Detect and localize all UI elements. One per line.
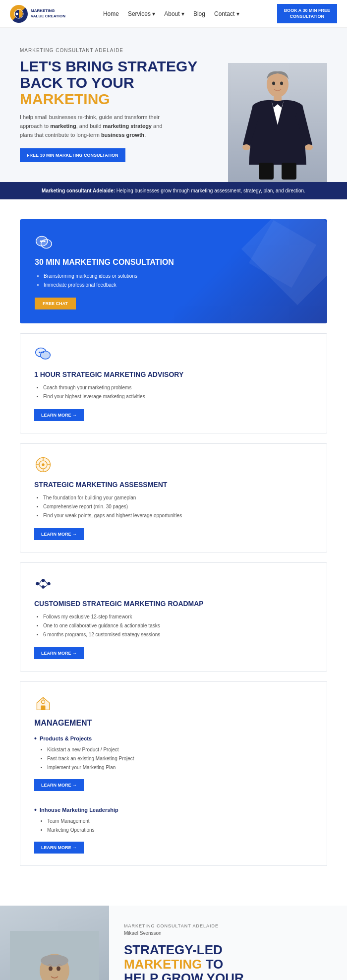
svg-point-41 — [41, 955, 68, 967]
about-name: Mikael Svensson — [124, 930, 332, 936]
roadmap-card-bullets: Follows my exclusive 12-step framework O… — [34, 612, 313, 639]
hero-image — [228, 63, 327, 182]
hero-description: I help small businesses re-think, guide … — [20, 113, 169, 139]
management-sub1: Products & Projects — [34, 735, 313, 742]
assessment-card: STRATEGIC MARKETING ASSESSMENT The found… — [20, 443, 327, 552]
svg-point-1 — [16, 12, 18, 15]
management-sub2: Inhouse Marketing Leadership — [34, 806, 313, 814]
svg-line-31 — [39, 581, 42, 584]
management-icon — [34, 694, 313, 714]
hero-cta-button[interactable]: FREE 30 MIN MARKETING CONSULTATION — [20, 148, 125, 162]
roadmap-card-button[interactable]: LEARN MORE → — [34, 647, 84, 659]
roadmap-card: CUSTOMISED STRATEGIC MARKETING ROADMAP F… — [20, 562, 327, 672]
svg-point-48 — [49, 967, 53, 971]
svg-point-30 — [42, 585, 45, 589]
advisory-card-bullets: Coach through your marketing problems Fi… — [34, 383, 313, 401]
nav-blog[interactable]: Blog — [193, 10, 205, 17]
svg-point-13 — [42, 241, 44, 243]
about-content: MARKETING CONSULTANT ADELAIDE Mikael Sve… — [109, 906, 347, 980]
logo[interactable]: MARKETING VALUE CREATION — [10, 5, 65, 23]
svg-point-12 — [40, 241, 42, 243]
banner-bold: Marketing consultant Adelaide: — [42, 188, 115, 193]
svg-point-27 — [36, 582, 39, 586]
nav-home[interactable]: Home — [103, 10, 119, 17]
about-tag: MARKETING CONSULTANT ADELAIDE — [124, 923, 332, 928]
advisory-card-button[interactable]: LEARN MORE → — [34, 409, 84, 421]
assessment-card-bullets: The foundation for building your gamepla… — [34, 493, 313, 520]
blue-consultation-card: 30 MIN MARKETING CONSULTATION Brainstorm… — [20, 219, 327, 323]
nav-links: Home Services ▾ About ▾ Blog Contact ▾ — [103, 10, 239, 17]
about-image — [0, 906, 109, 980]
about-person-illustration — [10, 931, 99, 980]
navbar: MARKETING VALUE CREATION Home Services ▾… — [0, 0, 347, 28]
svg-point-49 — [57, 967, 60, 971]
svg-rect-35 — [41, 706, 46, 710]
assessment-card-title: STRATEGIC MARKETING ASSESSMENT — [34, 481, 313, 489]
roadmap-card-title: CUSTOMISED STRATEGIC MARKETING ROADMAP — [34, 600, 313, 608]
svg-point-17 — [39, 352, 40, 353]
cards-section: 30 MIN MARKETING CONSULTATION Brainstorm… — [0, 219, 347, 866]
hero-section: MARKETING CONSULTANT ADELAIDE LET'S BRIN… — [0, 28, 347, 182]
assessment-card-button[interactable]: LEARN MORE → — [34, 528, 84, 540]
svg-point-5 — [305, 144, 313, 150]
svg-rect-6 — [259, 163, 274, 180]
person-illustration — [238, 65, 317, 180]
blue-card-button[interactable]: FREE CHAT — [35, 298, 76, 309]
hero-content: MARKETING CONSULTANT ADELAIDE LET'S BRIN… — [20, 48, 228, 182]
roadmap-icon — [34, 575, 313, 595]
svg-rect-3 — [274, 94, 282, 101]
logo-text: MARKETING VALUE CREATION — [31, 8, 65, 19]
management-card: MANAGEMENT Products & Projects Kickstart… — [20, 681, 327, 866]
logo-icon — [10, 5, 28, 23]
hero-tag: MARKETING CONSULTANT ADELAIDE — [20, 48, 218, 53]
advisory-card: 1 HOUR STRATEGIC MARKETING ADVISORY Coac… — [20, 333, 327, 433]
management-bullets2: Team Management Marketing Operations — [34, 817, 313, 835]
blue-card-bullets: Brainstorming marketing ideas or solutio… — [35, 272, 312, 290]
svg-point-22 — [42, 463, 44, 466]
svg-point-29 — [47, 582, 51, 586]
about-section: MARKETING CONSULTANT ADELAIDE Mikael Sve… — [0, 906, 347, 980]
advisory-card-title: 1 HOUR STRATEGIC MARKETING ADVISORY — [34, 370, 313, 378]
nav-services[interactable]: Services ▾ — [128, 10, 155, 17]
nav-cta-button[interactable]: BOOK A 30 MIN FREECONSULTATION — [277, 4, 337, 23]
svg-line-34 — [39, 585, 42, 587]
management-button2[interactable]: LEARN MORE → — [34, 842, 84, 854]
management-title: MANAGEMENT — [34, 719, 313, 728]
svg-rect-7 — [282, 163, 296, 180]
svg-point-14 — [44, 241, 46, 243]
svg-point-8 — [272, 82, 275, 85]
banner-text: Helping businesses grow through marketin… — [116, 188, 305, 193]
advisory-icon — [34, 346, 313, 366]
svg-point-9 — [280, 82, 283, 85]
svg-point-18 — [41, 352, 42, 353]
management-bullets1: Kickstart a new Product / Project Fast-t… — [34, 745, 313, 772]
svg-point-19 — [42, 352, 44, 353]
blue-card-title: 30 MIN MARKETING CONSULTATION — [35, 258, 312, 267]
banner: Marketing consultant Adelaide: Helping b… — [0, 182, 347, 199]
svg-line-33 — [45, 585, 47, 587]
svg-point-4 — [242, 144, 250, 150]
consultation-icon — [35, 233, 312, 253]
svg-line-32 — [45, 581, 47, 584]
about-title: STRATEGY-LED MARKETING TO HELP GROW YOUR… — [124, 943, 332, 980]
nav-contact[interactable]: Contact ▾ — [214, 10, 239, 17]
management-button1[interactable]: LEARN MORE → — [34, 779, 84, 791]
svg-point-28 — [42, 579, 45, 582]
hero-title: LET'S BRING STRATEGY BACK TO YOUR MARKET… — [20, 58, 218, 107]
assessment-icon — [34, 456, 313, 476]
nav-about[interactable]: About ▾ — [164, 10, 184, 17]
